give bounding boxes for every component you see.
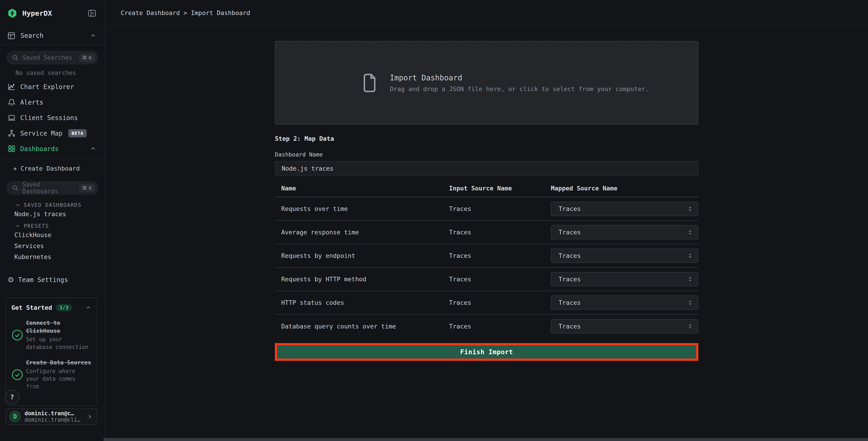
- input-source-cell: Traces: [449, 252, 551, 259]
- check-circle-icon: [11, 359, 26, 390]
- create-dashboard-label: Create Dashboard: [21, 165, 80, 172]
- table-header-row: Name Input Source Name Mapped Source Nam…: [275, 185, 699, 197]
- app-title: HyperDX: [22, 9, 87, 17]
- sidebar-item-label: Client Sessions: [20, 114, 78, 122]
- divider: [0, 159, 105, 159]
- table-row: Requests by HTTP method Traces Traces: [275, 268, 699, 291]
- chart-explorer-icon: [7, 83, 16, 91]
- section-header-label: PRESETS: [24, 223, 49, 229]
- saved-searches-input[interactable]: Saved Searches ⌘ K: [6, 51, 98, 64]
- input-source-cell: Traces: [449, 299, 551, 306]
- annotation-highlight: Finish Import: [275, 343, 699, 361]
- sidebar-item-client-sessions[interactable]: Client Sessions: [0, 110, 105, 125]
- section-header-label: SAVED DASHBOARDS: [24, 202, 82, 208]
- help-button[interactable]: ?: [5, 390, 19, 404]
- finish-import-button[interactable]: Finish Import: [277, 345, 696, 358]
- sidebar-item-team-settings[interactable]: ⚙ Team Settings: [0, 272, 105, 287]
- saved-dashboard-item-nodejs-traces[interactable]: Node.js traces: [0, 208, 105, 219]
- search-section-icon: [7, 32, 16, 40]
- search-icon: [12, 184, 19, 192]
- select-chevrons-icon: [687, 276, 693, 283]
- column-header-name: Name: [275, 185, 449, 192]
- preset-item-clickhouse[interactable]: ClickHouse: [0, 229, 105, 240]
- breadcrumb-separator: >: [184, 9, 187, 17]
- saved-dashboards-section-header[interactable]: SAVED DASHBOARDS: [0, 202, 105, 208]
- check-circle-icon: [11, 319, 26, 351]
- gear-icon: ⚙: [7, 275, 14, 284]
- input-source-cell: Traces: [449, 229, 551, 236]
- search-icon: [12, 54, 19, 61]
- chevron-down-icon: [15, 202, 21, 208]
- sidebar-item-label: Service Map: [20, 129, 62, 137]
- table-row: Requests by endpoint Traces Traces: [275, 244, 699, 268]
- get-started-item-texts: Connect to ClickHouse Set up your databa…: [26, 319, 92, 351]
- hyperdx-logo-icon: [7, 8, 17, 18]
- dashboard-name-label: Dashboard Name: [275, 151, 699, 158]
- cmd-k-shortcut-badge: ⌘ K: [79, 54, 95, 62]
- progress-badge: 3/3: [56, 304, 72, 312]
- get-started-panel: Get Started 3/3 Connect to ClickHouse Se…: [5, 297, 97, 406]
- get-started-item-desc: Configure where your data comes from: [26, 368, 92, 391]
- get-started-title: Get Started: [11, 304, 52, 311]
- sidebar-item-dashboards[interactable]: Dashboards: [0, 141, 105, 156]
- get-started-item-texts: Create Data Sources Configure where your…: [26, 359, 92, 390]
- bell-icon: [7, 98, 16, 107]
- sidebar-item-chart-explorer[interactable]: Chart Explorer: [0, 79, 105, 94]
- select-chevrons-icon: [687, 229, 693, 236]
- get-started-item-create-data-sources[interactable]: Create Data Sources Configure where your…: [11, 359, 92, 390]
- select-chevrons-icon: [687, 253, 693, 259]
- chevron-up-icon[interactable]: [85, 304, 92, 311]
- user-menu[interactable]: D dominic.tran@c… dominic.tran@cli…: [5, 408, 97, 425]
- mapped-source-select[interactable]: Traces: [551, 272, 699, 286]
- chart-name-cell: Requests over time: [275, 205, 449, 212]
- beta-badge: BETA: [68, 129, 87, 137]
- file-dropzone[interactable]: Import Dashboard Drag and drop a JSON fi…: [275, 41, 699, 125]
- chevron-up-icon[interactable]: [90, 145, 97, 152]
- column-header-mapped-source: Mapped Source Name: [551, 185, 699, 192]
- collapse-sidebar-icon[interactable]: [87, 9, 97, 18]
- preset-item-services[interactable]: Services: [0, 240, 105, 251]
- chart-name-cell: Requests by HTTP method: [275, 276, 449, 283]
- mapped-source-select[interactable]: Traces: [551, 202, 699, 216]
- dropzone-subtitle: Drag and drop a JSON file here, or click…: [390, 85, 649, 92]
- get-started-item-title: Connect to ClickHouse: [26, 319, 92, 335]
- chevron-up-icon[interactable]: [90, 32, 97, 39]
- saved-dashboards-input[interactable]: Saved Dashboards ⌘ K: [6, 181, 98, 195]
- breadcrumb-import-dashboard[interactable]: Import Dashboard: [191, 9, 250, 17]
- create-dashboard-button[interactable]: + Create Dashboard: [0, 161, 105, 176]
- mapped-source-select[interactable]: Traces: [551, 295, 699, 310]
- sidebar-item-search[interactable]: Search: [0, 26, 105, 45]
- select-chevrons-icon: [687, 323, 693, 330]
- input-source-cell: Traces: [449, 276, 551, 283]
- dashboard-name-input[interactable]: Node.js traces: [275, 161, 699, 176]
- breadcrumb-create-dashboard[interactable]: Create Dashboard: [121, 9, 180, 17]
- team-settings-label: Team Settings: [18, 276, 68, 284]
- horizontal-scrollbar[interactable]: [103, 438, 868, 441]
- plus-icon: +: [13, 165, 17, 172]
- table-row: HTTP status codes Traces Traces: [275, 291, 699, 315]
- presets-section-header[interactable]: PRESETS: [0, 223, 105, 229]
- preset-item-kubernetes[interactable]: Kubernetes: [0, 251, 105, 262]
- sidebar: HyperDX Search Saved Searches ⌘ K: [0, 0, 105, 441]
- table-row: Requests over time Traces Traces: [275, 197, 699, 221]
- column-header-input-source: Input Source Name: [449, 185, 551, 192]
- no-saved-searches-text: No saved searches: [0, 69, 105, 76]
- selected-value: Traces: [559, 205, 581, 212]
- mapped-source-select[interactable]: Traces: [551, 319, 699, 333]
- chevron-down-icon: [15, 223, 21, 229]
- sidebar-item-service-map[interactable]: Service Map BETA: [0, 125, 105, 141]
- dashboards-grid-icon: [7, 145, 16, 153]
- main-area: Create Dashboard > Import Dashboard Impo…: [105, 0, 868, 441]
- mapped-source-select[interactable]: Traces: [551, 248, 699, 263]
- get-started-header[interactable]: Get Started 3/3: [11, 304, 92, 312]
- sidebar-item-alerts[interactable]: Alerts: [0, 94, 105, 110]
- question-mark-icon: ?: [10, 393, 14, 401]
- chevron-right-icon: [87, 413, 93, 420]
- sidebar-item-label: Chart Explorer: [20, 83, 74, 91]
- saved-searches-placeholder: Saved Searches: [22, 54, 79, 61]
- mapped-source-select[interactable]: Traces: [551, 225, 699, 239]
- topbar: Create Dashboard > Import Dashboard: [105, 0, 868, 26]
- get-started-item-connect-clickhouse[interactable]: Connect to ClickHouse Set up your databa…: [11, 319, 92, 351]
- user-email: dominic.tran@cli…: [25, 417, 87, 423]
- mapping-table: Name Input Source Name Mapped Source Nam…: [275, 185, 699, 338]
